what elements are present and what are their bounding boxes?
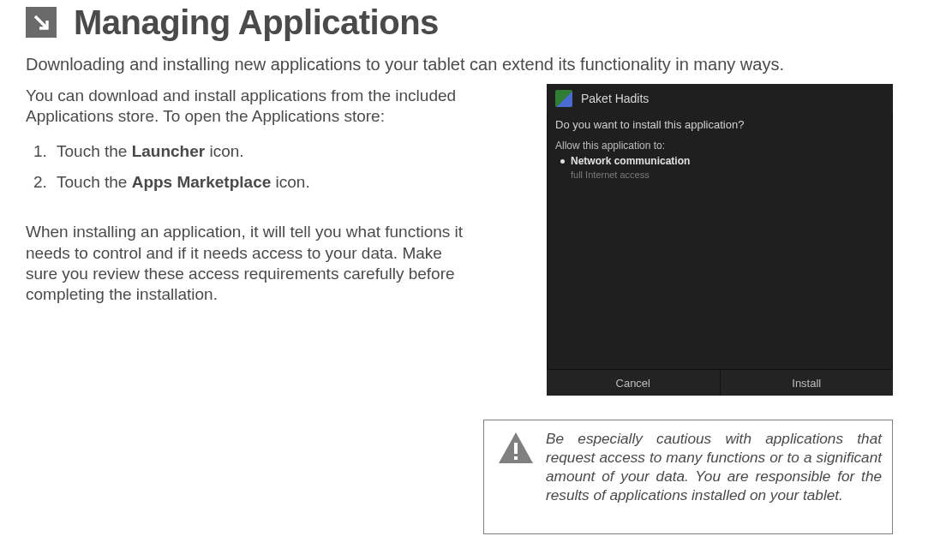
app-icon (555, 90, 572, 107)
cancel-button[interactable]: Cancel (547, 370, 721, 396)
page: Managing Applications Downloading and in… (0, 0, 934, 560)
steps-list: Touch the Launcher icon. Touch the Apps … (26, 141, 471, 194)
lead-paragraph: Downloading and installing new applicati… (26, 53, 865, 75)
step-1: Touch the Launcher icon. (51, 141, 471, 162)
svg-rect-1 (514, 456, 518, 460)
install-dialog-screenshot: Paket Hadits Do you want to install this… (547, 84, 893, 396)
install-button[interactable]: Install (721, 370, 894, 396)
app-name: Paket Hadits (581, 92, 649, 105)
arrow-down-right-icon (26, 7, 57, 38)
dialog-footer: Cancel Install (547, 369, 893, 396)
step-1-post: icon. (205, 142, 243, 160)
step-1-bold: Launcher (132, 142, 206, 160)
page-title: Managing Applications (74, 5, 439, 39)
dialog-titlebar: Paket Hadits (547, 84, 893, 113)
permission-subtitle: full Internet access (571, 169, 884, 181)
step-1-pre: Touch the (57, 142, 132, 160)
permission-title: Network communication (571, 155, 690, 167)
install-note-paragraph: When installing an application, it will … (26, 222, 471, 305)
warning-icon (494, 429, 537, 465)
step-2-bold: Apps Marketplace (132, 173, 272, 191)
svg-rect-0 (514, 443, 518, 454)
step-2-post: icon. (271, 173, 309, 191)
step-2: Touch the Apps Marketplace icon. (51, 172, 471, 193)
dialog-question: Do you want to install this application? (547, 113, 893, 133)
permission-list: Network communication full Internet acce… (547, 155, 893, 182)
step-2-pre: Touch the (57, 173, 132, 191)
permission-item: Network communication full Internet acce… (571, 155, 884, 182)
header: Managing Applications (26, 5, 439, 39)
caution-text: Be especially cautious with applications… (546, 429, 882, 504)
intro-paragraph: You can download and install application… (26, 86, 471, 128)
left-column: You can download and install application… (26, 86, 471, 306)
caution-box: Be especially cautious with applications… (483, 420, 893, 534)
dialog-allow-label: Allow this application to: (547, 133, 893, 155)
